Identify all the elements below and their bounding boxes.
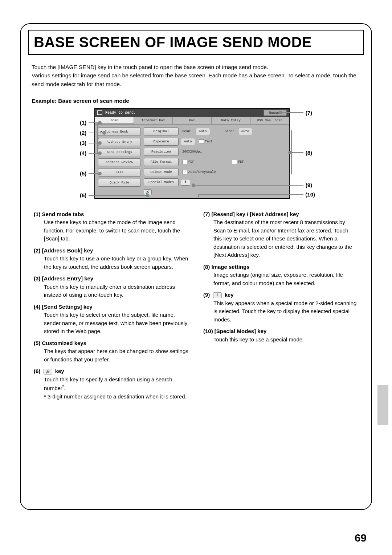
- leader: [198, 194, 199, 197]
- row-colour: Colour Mode Auto/Greyscale: [144, 168, 286, 176]
- tab-internetfax[interactable]: Internet Fax: [134, 117, 173, 124]
- i7-head: (7) [Resend] key / [Next Address] key: [203, 210, 358, 219]
- original-button[interactable]: Original: [144, 127, 179, 135]
- pdf2: PDF: [230, 160, 245, 164]
- ready-text: Ready to send.: [105, 111, 264, 115]
- i1-head: (1) Send mode tabs: [34, 210, 189, 219]
- colour-icon: [182, 170, 187, 174]
- leader: [195, 185, 303, 186]
- callout-6: (6): [80, 192, 86, 198]
- i6-star: *: [62, 384, 64, 389]
- specialmodes-button[interactable]: Special Modes: [144, 178, 179, 186]
- address-review-button[interactable]: Address Review: [98, 158, 141, 166]
- text-icon: [199, 139, 204, 144]
- example-label: Example: Base screen of scan mode: [32, 98, 360, 104]
- i3-head: (3) [Address Entry] key: [34, 275, 189, 283]
- pdf-icon: [182, 160, 187, 164]
- i9-head: (9) i key: [203, 291, 358, 299]
- i5-body: The keys that appear here can be changed…: [34, 347, 189, 364]
- content: Touch the [IMAGE SEND] key in the touch …: [21, 63, 371, 401]
- send-auto-value[interactable]: Auto: [238, 128, 253, 135]
- tab-fax[interactable]: Fax: [173, 117, 212, 124]
- i6-pre: (6): [34, 368, 42, 374]
- title-box: BASE SCREEN OF IMAGE SEND MODE: [28, 30, 364, 55]
- page: BASE SCREEN OF IMAGE SEND MODE Touch the…: [0, 0, 392, 555]
- exposure-value[interactable]: Auto: [181, 138, 195, 145]
- i9-key: key: [223, 292, 234, 298]
- exposure-mode: Text: [197, 139, 215, 144]
- panel-body: ▶ Address Book Address Entry Send Settin…: [95, 125, 289, 198]
- side-thumb-tab: [377, 385, 388, 425]
- i4-body: Touch this key to select or enter the su…: [34, 311, 189, 336]
- i9-pre: (9): [203, 292, 212, 298]
- address-entry-button[interactable]: Address Entry: [98, 138, 141, 146]
- pdf-icon: [232, 160, 237, 164]
- i10-head: (10) [Special Modes] key: [203, 327, 358, 336]
- tab-usbmemscan[interactable]: USB Mem. Scan: [250, 117, 289, 124]
- callout-2: (2): [80, 130, 86, 136]
- leader-dot: [102, 131, 106, 135]
- callout-8: (8): [306, 150, 312, 156]
- i6-body-text: Touch this key to specify a destination …: [44, 376, 172, 392]
- i9-body: This key appears when a special mode or …: [203, 299, 358, 324]
- scanner-icon: [97, 110, 102, 115]
- leader-dot: [192, 183, 195, 187]
- i8-body: Image settings (original size, exposure,…: [203, 271, 358, 287]
- i2-body: Touch this key to use a one-touch key or…: [34, 255, 189, 271]
- callout-10: (10): [305, 191, 315, 198]
- leader: [291, 152, 303, 153]
- colour-value: Auto/Greyscale: [181, 170, 217, 174]
- leader: [198, 194, 303, 195]
- fileformat-button[interactable]: File Format: [144, 158, 179, 166]
- row-fileformat: File Format PDF PDF: [144, 158, 286, 166]
- exposure-button[interactable]: Exposure: [144, 138, 179, 146]
- file-button[interactable]: File: [98, 169, 141, 177]
- i3-body: Touch this key to manually enter a desti…: [34, 283, 189, 299]
- leader-dot: [98, 141, 102, 145]
- tab-dataentry[interactable]: Data Entry: [212, 117, 250, 124]
- leader-dot: [98, 121, 102, 125]
- leader: [291, 130, 292, 174]
- leader: [97, 122, 98, 153]
- i7-body: The destinations of the most recent 8 tr…: [203, 218, 358, 259]
- callout-3: (3): [80, 140, 86, 146]
- leader: [89, 195, 147, 196]
- info-icon[interactable]: i: [181, 179, 190, 186]
- quick-file-button[interactable]: Quick File: [98, 179, 141, 187]
- callout-4: (4): [80, 150, 86, 156]
- page-frame: BASE SCREEN OF IMAGE SEND MODE Touch the…: [20, 23, 372, 510]
- info-small-icon: i: [213, 292, 222, 298]
- description-columns: (1) Send mode tabs Use these keys to cha…: [32, 207, 360, 401]
- leader-dot: [279, 111, 282, 114]
- row-resolution: Resolution 200X200dpi: [144, 148, 286, 156]
- i5-head: (5) Customized keys: [34, 339, 189, 348]
- callout-1: (1): [80, 119, 86, 126]
- pdf2-label: PDF: [238, 160, 244, 164]
- resolution-button[interactable]: Resolution: [144, 148, 179, 156]
- mode-tabs: Scan Internet Fax Fax Data Entry USB Mem…: [95, 117, 289, 125]
- leader-dot: [146, 194, 150, 197]
- callout-5: (5): [80, 170, 86, 177]
- colourmode-button[interactable]: Colour Mode: [144, 168, 179, 176]
- i10-body: Touch this key to use a special mode.: [203, 336, 358, 344]
- leader: [282, 112, 303, 113]
- intro-text: Touch the [IMAGE SEND] key in the touch …: [32, 63, 360, 88]
- colour-label: Auto/Greyscale: [188, 170, 216, 174]
- page-number: 69: [355, 532, 367, 544]
- leader-dot: [98, 151, 102, 155]
- left-desc-col: (1) Send mode tabs Use these keys to cha…: [34, 207, 189, 401]
- pdf1: PDF: [181, 160, 196, 164]
- panel-wrap: (1) (2) (3) (4) (5) (6) (7) (8) (9) (10): [94, 108, 298, 199]
- exposure-mode-label: Text: [205, 140, 213, 143]
- scan-auto-value[interactable]: Auto: [196, 128, 210, 135]
- callout-7: (7): [306, 110, 312, 116]
- i4-head: (4) [Send Settings] key: [34, 303, 189, 311]
- i2-head: (2) [Address Book] key: [34, 247, 189, 255]
- page-title: BASE SCREEN OF IMAGE SEND MODE: [34, 34, 358, 50]
- i1-body: Use these keys to change the mode of the…: [34, 218, 189, 243]
- leader: [89, 133, 103, 134]
- pdf1-label: PDF: [188, 160, 194, 164]
- send-settings-button[interactable]: Send Settings: [98, 148, 141, 156]
- leader: [89, 173, 99, 174]
- i6-body: Touch this key to specify a destination …: [34, 376, 189, 393]
